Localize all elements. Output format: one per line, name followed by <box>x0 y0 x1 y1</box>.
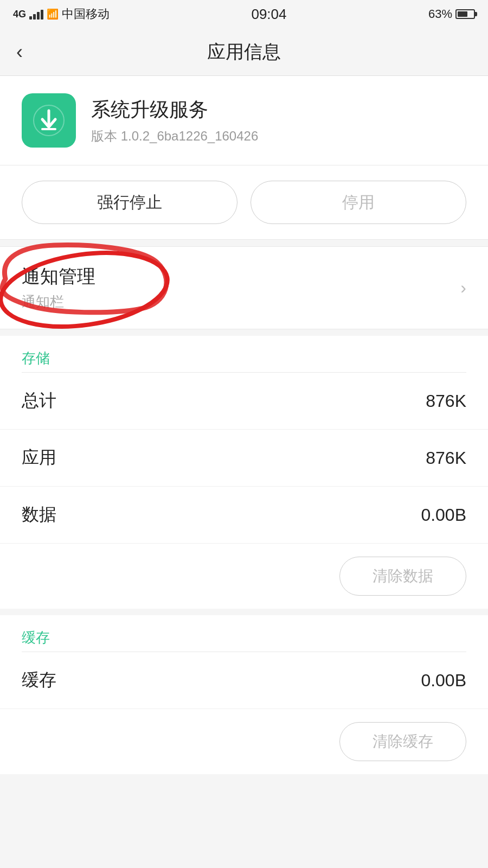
wifi-icon: 📶 <box>47 8 59 20</box>
storage-row-app: 应用 876K <box>0 430 488 487</box>
cache-label: 缓存 <box>22 668 56 692</box>
app-name: 系统升级服务 <box>91 97 258 123</box>
cache-value: 0.00B <box>421 671 466 691</box>
signal-bar-2 <box>33 14 36 20</box>
battery-fill <box>458 11 467 17</box>
disable-button[interactable]: 停用 <box>251 181 466 224</box>
signal-bar-1 <box>29 16 32 20</box>
cache-row: 缓存 0.00B <box>0 652 488 709</box>
storage-row-data: 数据 0.00B <box>0 487 488 544</box>
storage-header: 存储 <box>0 336 488 372</box>
storage-total-value: 876K <box>426 391 466 411</box>
chevron-right-icon: › <box>460 278 466 298</box>
storage-app-value: 876K <box>426 448 466 468</box>
4g-indicator: 4G <box>13 9 26 20</box>
cache-section: 缓存 缓存 0.00B 清除缓存 <box>0 615 488 774</box>
storage-total-label: 总计 <box>22 389 56 413</box>
clear-data-row: 清除数据 <box>0 544 488 609</box>
notification-text-block: 通知管理 通知栏 <box>22 264 95 311</box>
signal-bar-4 <box>41 10 43 20</box>
notification-subtitle: 通知栏 <box>22 292 95 311</box>
status-time: 09:04 <box>251 6 286 23</box>
storage-app-label: 应用 <box>22 446 56 470</box>
carrier-label: 中国移动 <box>62 6 110 22</box>
notification-wrapper: 通知管理 通知栏 › <box>0 246 488 329</box>
battery-percent: 63% <box>428 7 452 21</box>
signal-bars <box>29 9 43 20</box>
status-left: 4G 📶 中国移动 <box>13 6 110 22</box>
force-stop-button[interactable]: 强行停止 <box>22 181 237 224</box>
status-right: 63% <box>428 7 475 21</box>
app-name-block: 系统升级服务 版本 1.0.2_6ba1226_160426 <box>91 97 258 145</box>
clear-cache-button[interactable]: 清除缓存 <box>339 722 466 761</box>
buttons-section: 强行停止 停用 <box>0 165 488 240</box>
cache-header: 缓存 <box>0 615 488 652</box>
storage-data-label: 数据 <box>22 503 56 527</box>
notification-title: 通知管理 <box>22 264 95 289</box>
battery-icon <box>455 9 475 19</box>
nav-bar: ‹ 应用信息 <box>0 28 488 76</box>
notification-row[interactable]: 通知管理 通知栏 › <box>0 247 488 329</box>
app-version: 版本 1.0.2_6ba1226_160426 <box>91 127 258 145</box>
nav-title: 应用信息 <box>207 40 281 65</box>
notification-section: 通知管理 通知栏 › <box>0 246 488 329</box>
app-info-section: 系统升级服务 版本 1.0.2_6ba1226_160426 <box>0 76 488 165</box>
app-icon <box>22 93 76 148</box>
storage-data-value: 0.00B <box>421 505 466 525</box>
back-button[interactable]: ‹ <box>16 42 23 62</box>
status-bar: 4G 📶 中国移动 09:04 63% <box>0 0 488 28</box>
battery-body <box>455 9 475 19</box>
storage-row-total: 总计 876K <box>0 373 488 430</box>
storage-section: 存储 总计 876K 应用 876K 数据 0.00B 清除数据 <box>0 336 488 609</box>
signal-bar-3 <box>37 12 40 20</box>
app-icon-svg <box>33 104 65 137</box>
clear-cache-row: 清除缓存 <box>0 709 488 774</box>
clear-data-button[interactable]: 清除数据 <box>339 557 466 596</box>
